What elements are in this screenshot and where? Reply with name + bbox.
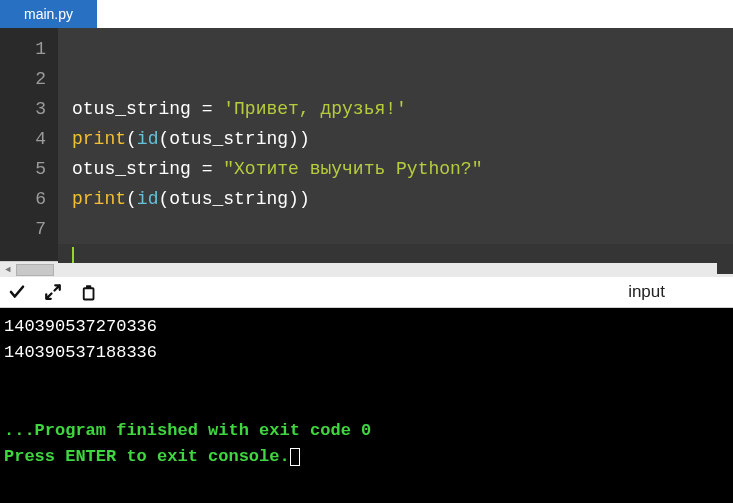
identifier: otus_string <box>169 129 288 149</box>
code-line: print(id(otus_string)) <box>72 129 310 149</box>
line-number: 2 <box>0 64 46 94</box>
string-literal: "Хотите выучить Python?" <box>223 159 482 179</box>
scroll-thumb[interactable] <box>16 264 54 276</box>
code-line <box>72 219 83 239</box>
line-number: 5 <box>0 154 46 184</box>
console-line: 140390537188336 <box>4 343 157 362</box>
code-area[interactable]: otus_string = 'Привет, друзья!' print(id… <box>58 28 733 261</box>
code-editor[interactable]: 1 2 3 4 5 6 7 otus_string = 'Привет, дру… <box>0 28 733 261</box>
paren: ) <box>299 129 310 149</box>
line-number: 4 <box>0 124 46 154</box>
console-cursor <box>290 448 300 466</box>
identifier: otus_string <box>169 189 288 209</box>
paren: ) <box>299 189 310 209</box>
expand-icon[interactable] <box>44 283 62 301</box>
paren: ) <box>288 129 299 149</box>
console-exit-line: ...Program finished with exit code 0 <box>4 421 371 440</box>
paren: ) <box>288 189 299 209</box>
function-call: print <box>72 129 126 149</box>
console-output[interactable]: 140390537270336 140390537188336 ...Progr… <box>0 308 733 503</box>
line-number: 7 <box>0 214 46 244</box>
line-number: 3 <box>0 94 46 124</box>
code-line: otus_string = 'Привет, друзья!' <box>72 99 407 119</box>
tab-label: main.py <box>24 6 73 22</box>
scroll-left-arrow-icon[interactable]: ◄ <box>0 262 16 278</box>
paren: ( <box>158 129 169 149</box>
line-number-gutter: 1 2 3 4 5 6 7 <box>0 28 58 261</box>
code-line: otus_string = "Хотите выучить Python?" <box>72 159 482 179</box>
operator: = <box>191 99 223 119</box>
console-prompt-line: Press ENTER to exit console. <box>4 447 290 466</box>
paren: ( <box>158 189 169 209</box>
string-literal: 'Привет, друзья!' <box>223 99 407 119</box>
operator: = <box>191 159 223 179</box>
check-icon[interactable] <box>8 283 26 301</box>
code-line <box>72 69 83 89</box>
tab-main-py[interactable]: main.py <box>0 0 97 28</box>
identifier: otus_string <box>72 99 191 119</box>
line-number: 6 <box>0 184 46 214</box>
line-number: 1 <box>0 34 46 64</box>
paren: ( <box>126 189 137 209</box>
builtin-call: id <box>137 189 159 209</box>
code-line: print(id(otus_string)) <box>72 189 310 209</box>
scroll-track[interactable] <box>16 263 717 277</box>
function-call: print <box>72 189 126 209</box>
builtin-call: id <box>137 129 159 149</box>
tab-bar: main.py <box>0 0 733 28</box>
identifier: otus_string <box>72 159 191 179</box>
paren: ( <box>126 129 137 149</box>
horizontal-scrollbar[interactable]: ◄ ► <box>0 261 733 277</box>
